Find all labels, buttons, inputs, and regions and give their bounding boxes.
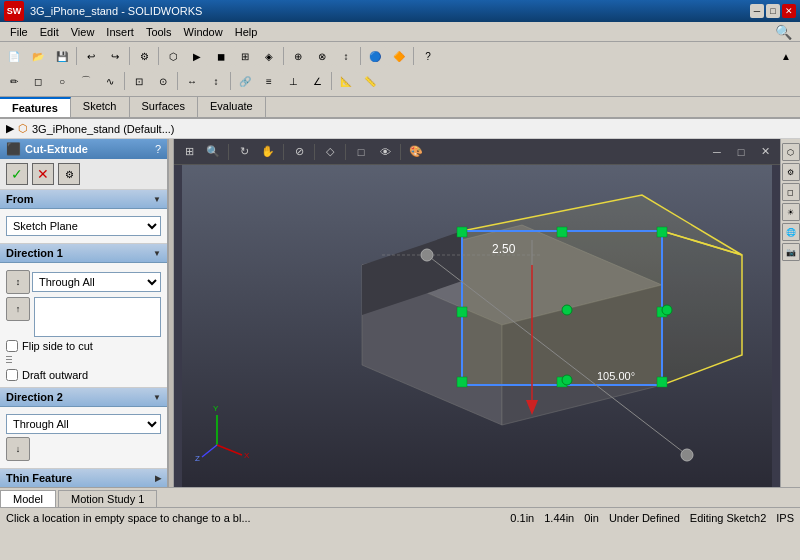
menu-tools[interactable]: Tools <box>140 24 178 40</box>
toolbar-sep4 <box>283 47 284 65</box>
tab-evaluate[interactable]: Evaluate <box>198 97 266 117</box>
tab-motion-study-1[interactable]: Motion Study 1 <box>58 490 157 507</box>
status-coord-x: 0.1in <box>510 512 534 524</box>
menu-edit[interactable]: Edit <box>34 24 65 40</box>
sketch-btn-6[interactable]: ⊡ <box>128 71 150 91</box>
from-section-header[interactable]: From ▼ <box>0 190 167 209</box>
sketch-btn-1[interactable]: ✏ <box>3 71 25 91</box>
sketch-btn-5[interactable]: ∿ <box>99 71 121 91</box>
direction2-section-header[interactable]: Direction 2 ▼ <box>0 388 167 407</box>
vp-max-btn[interactable]: □ <box>730 142 752 162</box>
tb-btn-8[interactable]: ↕ <box>335 46 357 66</box>
tb-btn-4[interactable]: ⊞ <box>234 46 256 66</box>
scene-icon[interactable]: 🌐 <box>782 223 800 241</box>
direction1-arrow-icon[interactable]: ↑ <box>6 297 30 321</box>
tb-btn-1[interactable]: ⬡ <box>162 46 184 66</box>
ok-button[interactable]: ✓ <box>6 163 28 185</box>
close-button[interactable]: ✕ <box>782 4 796 18</box>
settings-icon[interactable]: ⚙ <box>782 163 800 181</box>
sketch-btn-15[interactable]: 📏 <box>359 71 381 91</box>
depth-input[interactable] <box>34 297 161 337</box>
draft-checkbox[interactable] <box>6 369 18 381</box>
thin-feature-header[interactable]: Thin Feature ▶ <box>0 469 167 487</box>
tb-btn-3[interactable]: ◼ <box>210 46 232 66</box>
lighting-icon[interactable]: ☀ <box>782 203 800 221</box>
display-icon[interactable]: ◻ <box>782 183 800 201</box>
sketch-btn-4[interactable]: ⌒ <box>75 71 97 91</box>
section-view-btn[interactable]: ⊘ <box>288 142 310 162</box>
tab-features[interactable]: Features <box>0 97 71 117</box>
view-orient-btn[interactable]: ◇ <box>319 142 341 162</box>
zoom-fit-btn[interactable]: ⊞ <box>178 142 200 162</box>
hide-show-btn[interactable]: 👁 <box>374 142 396 162</box>
sketch-btn-12[interactable]: ⊥ <box>282 71 304 91</box>
toolbar-sep1 <box>76 47 77 65</box>
cancel-button[interactable]: ✕ <box>32 163 54 185</box>
sketch-btn-13[interactable]: ∠ <box>306 71 328 91</box>
tb-btn-11[interactable]: ? <box>417 46 439 66</box>
sketch-btn-11[interactable]: ≡ <box>258 71 280 91</box>
tb-btn-5[interactable]: ◈ <box>258 46 280 66</box>
tab-model[interactable]: Model <box>0 490 56 507</box>
direction1-dropdown[interactable]: Through All Blind Through All - Both Up … <box>32 272 161 292</box>
viewport-3d: 2.50 105.00° Y X Z <box>174 165 780 487</box>
sketch-btn-2[interactable]: ◻ <box>27 71 49 91</box>
menu-file[interactable]: File <box>4 24 34 40</box>
direction2-collapse-icon: ▼ <box>153 393 161 402</box>
search-icon[interactable]: 🔍 <box>771 24 796 40</box>
drag-handle-row <box>6 354 161 365</box>
minimize-button[interactable]: ─ <box>750 4 764 18</box>
rotate-btn[interactable]: ↻ <box>233 142 255 162</box>
maximize-button[interactable]: □ <box>766 4 780 18</box>
direction2-icon-btn[interactable]: ↓ <box>6 437 30 461</box>
direction1-section-header[interactable]: Direction 1 ▼ <box>0 244 167 263</box>
sketch-btn-8[interactable]: ↔ <box>181 71 203 91</box>
direction1-reverse-btn[interactable]: ↕ <box>6 270 30 294</box>
viewport[interactable]: ⊞ 🔍 ↻ ✋ ⊘ ◇ □ 👁 🎨 ─ □ ✕ ✓ ✕ <box>174 139 780 487</box>
menu-view[interactable]: View <box>65 24 101 40</box>
menu-help[interactable]: Help <box>229 24 264 40</box>
tab-surfaces[interactable]: Surfaces <box>130 97 198 117</box>
sketch-btn-9[interactable]: ↕ <box>205 71 227 91</box>
save-btn[interactable]: 💾 <box>51 46 73 66</box>
menu-insert[interactable]: Insert <box>100 24 140 40</box>
new-btn[interactable]: 📄 <box>3 46 25 66</box>
sketch-btn-3[interactable]: ○ <box>51 71 73 91</box>
undo-btn[interactable]: ↩ <box>80 46 102 66</box>
view-3d-icon[interactable]: ⬡ <box>782 143 800 161</box>
svg-rect-12 <box>657 227 667 237</box>
tb-btn-6[interactable]: ⊕ <box>287 46 309 66</box>
zoom-btn[interactable]: 🔍 <box>202 142 224 162</box>
options-button[interactable]: ⚙ <box>58 163 80 185</box>
display-style-btn[interactable]: □ <box>350 142 372 162</box>
pan-btn[interactable]: ✋ <box>257 142 279 162</box>
sketch-btn-7[interactable]: ⊙ <box>152 71 174 91</box>
open-btn[interactable]: 📂 <box>27 46 49 66</box>
sketch-btn-14[interactable]: 📐 <box>335 71 357 91</box>
tb-btn-9[interactable]: 🔵 <box>364 46 386 66</box>
camera-icon[interactable]: 📷 <box>782 243 800 261</box>
tb-btn-2[interactable]: ▶ <box>186 46 208 66</box>
sketch-btn-10[interactable]: 🔗 <box>234 71 256 91</box>
tb-btn-7[interactable]: ⊗ <box>311 46 333 66</box>
from-dropdown[interactable]: Sketch Plane Surface/Face/Plane Vertex O… <box>6 216 161 236</box>
tree-expand-icon[interactable]: ▶ <box>6 122 14 135</box>
rebuild-btn[interactable]: ⚙ <box>133 46 155 66</box>
direction2-dropdown[interactable]: Through All Blind <box>6 414 161 434</box>
menu-window[interactable]: Window <box>178 24 229 40</box>
status-coord-y: 1.44in <box>544 512 574 524</box>
app-logo: SW <box>4 1 24 21</box>
status-state: Under Defined <box>609 512 680 524</box>
vp-min-btn[interactable]: ─ <box>706 142 728 162</box>
vp-sep1 <box>228 144 229 160</box>
flip-side-checkbox[interactable] <box>6 340 18 352</box>
vp-close-btn[interactable]: ✕ <box>754 142 776 162</box>
tab-sketch[interactable]: Sketch <box>71 97 130 117</box>
panel-help-btn[interactable]: ? <box>155 143 161 155</box>
arrow-up-btn[interactable]: ▲ <box>775 46 797 66</box>
thin-feature-collapse-icon: ▶ <box>155 474 161 483</box>
appearance-btn[interactable]: 🎨 <box>405 142 427 162</box>
svg-rect-10 <box>457 227 467 237</box>
redo-btn[interactable]: ↪ <box>104 46 126 66</box>
tb-btn-10[interactable]: 🔶 <box>388 46 410 66</box>
